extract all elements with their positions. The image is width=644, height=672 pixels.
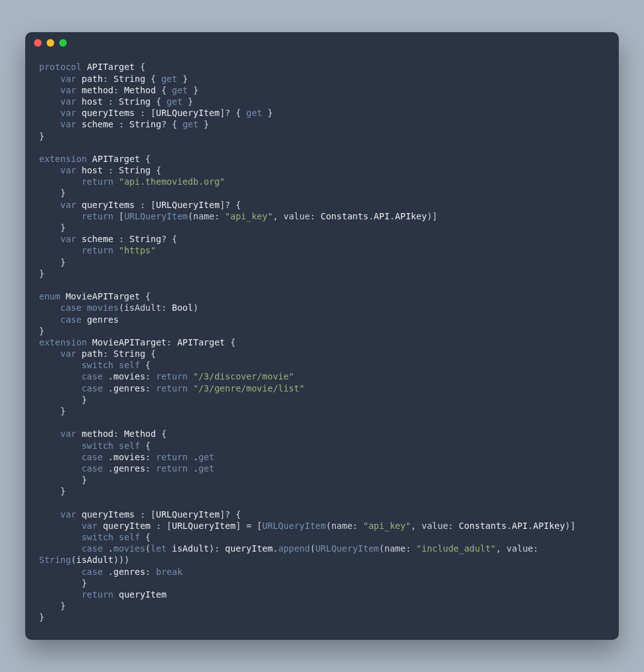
code-line: case .genres: return .get [39,463,605,474]
code-line: enum MovieAPITarget { [39,291,605,302]
close-icon[interactable] [34,39,42,47]
code-line: extension MovieAPITarget: APITarget { [39,337,605,348]
code-area[interactable]: protocol APITarget { var path: String { … [25,54,619,639]
code-line: } [39,325,605,337]
window-titlebar [25,32,619,54]
minimize-icon[interactable] [47,39,54,47]
code-line: } [39,611,605,623]
editor-window: protocol APITarget { var path: String { … [25,32,619,639]
code-line: } [39,130,605,142]
code-line: } [39,485,605,497]
code-line: String(isAdult))) [39,554,605,565]
code-line: case .genres: break [39,566,605,577]
code-line [39,417,605,428]
code-line: return "https" [39,245,605,256]
code-line: case .movies: return .get [39,451,605,463]
code-line: switch self { [39,440,605,451]
code-line [39,279,605,291]
code-line: var queryItems : [URLQueryItem]? { [39,509,605,520]
zoom-icon[interactable] [59,39,67,47]
code-line: switch self { [39,531,605,543]
code-line: case .genres: return "/3/genre/movie/lis… [39,383,605,394]
code-line: switch self { [39,359,605,371]
code-line: var method: Method { get } [39,84,605,96]
code-line: extension APITarget { [39,153,605,165]
code-line: var queryItems : [URLQueryItem]? { get } [39,107,605,119]
code-line: } [39,187,605,199]
code-line: case .movies: return "/3/discover/movie" [39,371,605,382]
code-line: case movies(isAdult: Bool) [39,302,605,313]
code-line: var queryItem : [URLQueryItem] = [URLQue… [39,520,605,531]
code-line: protocol APITarget { [39,61,605,72]
code-line: return "api.themoviedb.org" [39,176,605,187]
code-line: var method: Method { [39,428,605,439]
code-line [39,142,605,153]
code-line: case .movies(let isAdult): queryItem.app… [39,543,605,554]
code-line: } [39,474,605,485]
code-line: var queryItems : [URLQueryItem]? { [39,199,605,211]
code-line: } [39,268,605,279]
code-line: var path: String { [39,348,605,359]
code-line: var scheme : String? { get } [39,119,605,130]
code-line: var host : String { get } [39,96,605,107]
code-line: } [39,405,605,417]
code-line: } [39,600,605,611]
code-line: } [39,257,605,268]
code-line: var scheme : String? { [39,233,605,245]
code-line: case genres [39,314,605,325]
code-line: var host : String { [39,165,605,176]
code-line: } [39,394,605,405]
code-line: } [39,577,605,589]
code-line: } [39,222,605,233]
code-line [39,497,605,509]
code-line: var path: String { get } [39,73,605,84]
code-line: return [URLQueryItem(name: "api_key", va… [39,211,605,222]
code-line: return queryItem [39,589,605,600]
